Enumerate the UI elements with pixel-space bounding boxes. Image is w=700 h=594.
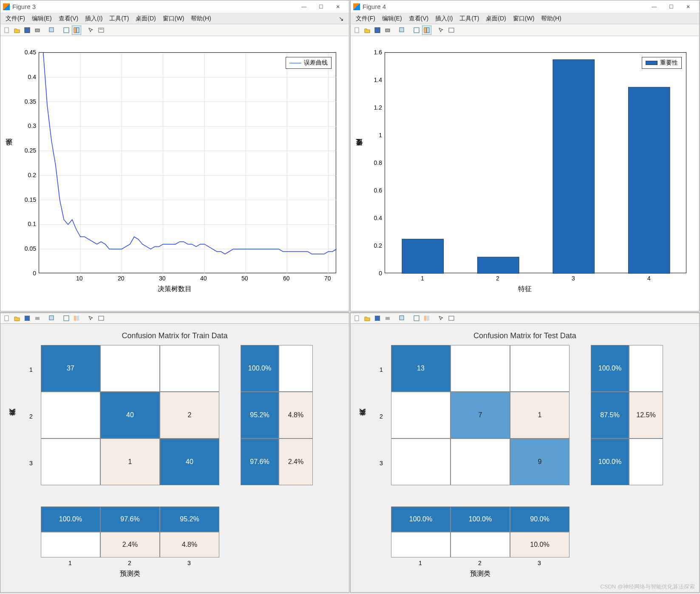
svg-rect-47 [375, 316, 380, 321]
pct [629, 438, 663, 485]
open-icon[interactable] [363, 25, 372, 35]
matlab-logo-icon [353, 3, 360, 10]
print-icon[interactable] [383, 25, 392, 35]
menu-desktop[interactable]: 桌面(D) [482, 15, 509, 23]
menu-overflow-icon[interactable]: ↘ [335, 15, 347, 22]
maximize-button[interactable]: ☐ [312, 1, 329, 13]
titlebar[interactable]: Figure 3 — ☐ ✕ [0, 0, 349, 13]
new-icon[interactable] [2, 25, 11, 35]
menu-file[interactable]: 文件(F) [352, 15, 379, 23]
col-label: 3 [538, 560, 541, 566]
pointer-icon[interactable] [436, 314, 446, 323]
inspect-icon[interactable] [447, 314, 456, 323]
menu-view[interactable]: 查看(V) [55, 15, 82, 23]
toolbar [0, 24, 349, 36]
copy-figure-icon[interactable] [47, 25, 57, 35]
open-icon[interactable] [12, 314, 22, 323]
layout2-icon[interactable] [72, 314, 81, 323]
menu-help[interactable]: 帮助(H) [538, 15, 564, 23]
pct [629, 345, 663, 392]
axes-error[interactable]: 误差曲线 [39, 52, 336, 273]
matlab-logo-icon [3, 3, 10, 10]
pct: 2.4% [279, 438, 313, 485]
cm-cell [160, 345, 219, 392]
inspect-icon[interactable] [96, 25, 106, 35]
col-label: 3 [187, 560, 191, 566]
new-icon[interactable] [352, 25, 362, 35]
svg-rect-42 [64, 316, 69, 321]
cm-cell [510, 345, 570, 392]
menu-view[interactable]: 查看(V) [405, 15, 432, 23]
menu-window[interactable]: 窗口(W) [159, 15, 188, 23]
legend-label: 重要性 [660, 59, 678, 67]
layout2-icon[interactable] [422, 314, 431, 323]
menu-window[interactable]: 窗口(W) [510, 15, 538, 23]
print-icon[interactable] [33, 25, 42, 35]
menu-edit[interactable]: 编辑(E) [28, 15, 55, 23]
svg-rect-43 [74, 316, 76, 321]
y-tick-0.45: 0.45 [22, 49, 36, 56]
legend-error[interactable]: 误差曲线 [286, 57, 332, 69]
open-icon[interactable] [363, 314, 372, 323]
row-label: 1 [29, 366, 33, 373]
x-tick-70: 70 [324, 275, 331, 282]
maximize-button[interactable]: ☐ [663, 1, 680, 13]
menu-insert[interactable]: 插入(I) [432, 15, 456, 23]
menu-insert[interactable]: 插入(I) [82, 15, 106, 23]
axes-importance[interactable]: 重要性 [385, 52, 686, 273]
layout1-icon[interactable] [412, 25, 421, 35]
svg-rect-33 [449, 28, 454, 32]
new-icon[interactable] [352, 314, 362, 323]
inspect-icon[interactable] [447, 25, 456, 35]
x-axis-label: 特征 [351, 285, 699, 294]
cm-cell [391, 392, 451, 438]
pct: 97.6% [100, 506, 160, 532]
legend-importance[interactable]: 重要性 [642, 57, 682, 69]
layout1-icon[interactable] [62, 314, 71, 323]
layout1-icon[interactable] [412, 314, 421, 323]
y-tick: 1.6 [369, 49, 382, 56]
cm-cell [100, 345, 160, 392]
error-line-chart [39, 53, 337, 274]
save-icon[interactable] [23, 25, 32, 35]
save-icon[interactable] [373, 25, 382, 35]
print-icon[interactable] [33, 314, 42, 323]
svg-rect-53 [449, 316, 454, 320]
pointer-icon[interactable] [86, 314, 96, 323]
layout2-icon[interactable] [72, 25, 81, 35]
print-icon[interactable] [383, 314, 392, 323]
close-button[interactable]: ✕ [680, 1, 697, 13]
menu-file[interactable]: 文件(F) [2, 15, 28, 23]
close-button[interactable]: ✕ [329, 1, 346, 13]
save-icon[interactable] [23, 314, 32, 323]
pct: 97.6% [241, 438, 279, 485]
copy-figure-icon[interactable] [47, 314, 57, 323]
minimize-button[interactable]: — [646, 1, 663, 13]
open-icon[interactable] [12, 25, 22, 35]
copy-figure-icon[interactable] [397, 25, 407, 35]
svg-rect-36 [553, 59, 595, 274]
pointer-icon[interactable] [436, 25, 446, 35]
menu-tools[interactable]: 工具(T) [456, 15, 482, 23]
row-label: 2 [380, 413, 383, 420]
new-icon[interactable] [2, 314, 11, 323]
cm-cell: 9 [510, 438, 570, 485]
copy-figure-icon[interactable] [397, 314, 407, 323]
svg-rect-32 [427, 28, 429, 33]
layout2-icon[interactable] [422, 25, 431, 35]
menu-desktop[interactable]: 桌面(D) [132, 15, 159, 23]
svg-rect-7 [99, 28, 104, 32]
legend-line-icon [289, 63, 301, 63]
menu-tools[interactable]: 工具(T) [106, 15, 132, 23]
cm-cell: 1 [100, 438, 160, 485]
cm-cell: 40 [160, 438, 219, 485]
menu-help[interactable]: 帮助(H) [187, 15, 214, 23]
plot-area-error: 误差 误差曲线 0.45 0.4 0.35 0.3 0.25 0.2 0.15 … [0, 36, 349, 311]
inspect-icon[interactable] [96, 314, 106, 323]
save-icon[interactable] [373, 314, 382, 323]
minimize-button[interactable]: — [295, 1, 312, 13]
pointer-icon[interactable] [86, 25, 96, 35]
layout1-icon[interactable] [62, 25, 71, 35]
menu-edit[interactable]: 编辑(E) [379, 15, 405, 23]
titlebar[interactable]: Figure 4 — ☐ ✕ [351, 0, 699, 13]
